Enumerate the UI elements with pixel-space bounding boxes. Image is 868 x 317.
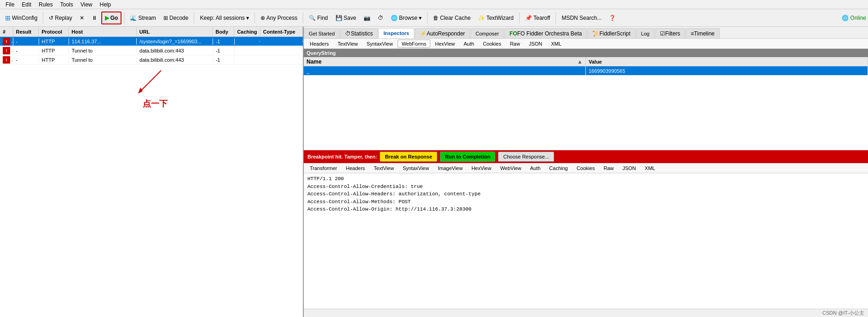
sub-tab-hexview[interactable]: HexView <box>431 40 459 48</box>
col-header-url: URL <box>137 27 213 36</box>
any-process-label: Any Process <box>266 15 297 21</box>
screenshot-button[interactable]: 📷 <box>360 12 374 24</box>
tab-autoresponder[interactable]: ⚡ AutoResponder <box>415 28 470 38</box>
tab-get-started[interactable]: Get Started <box>304 28 340 38</box>
filter-icon: ☑ <box>660 30 665 37</box>
tab-statistics[interactable]: ⏱ Statistics <box>340 28 378 38</box>
remove-button[interactable]: ✕ <box>76 12 87 24</box>
separator-2 <box>124 12 124 23</box>
session-caching <box>235 59 260 60</box>
sub-tab-headers[interactable]: Headers <box>306 40 333 48</box>
table-row[interactable]: ! 1 - HTTP 114.116.37... /system/login?_… <box>0 37 303 46</box>
replay-icon: ↺ <box>49 15 53 21</box>
text-wizard-button[interactable]: ✨ TextWizard <box>475 12 517 24</box>
wand-icon: ✨ <box>478 15 485 21</box>
decode-label: Decode <box>169 15 188 21</box>
stream-button[interactable]: 🌊 Stream <box>127 12 159 24</box>
left-pane: # Result Protocol Host URL Body Caching … <box>0 27 304 317</box>
decode-button[interactable]: ⊞ Decode <box>160 12 191 24</box>
keep-sessions-button[interactable]: Keep: All sessions ▾ <box>197 12 252 24</box>
any-process-button[interactable]: ⊕ Any Process <box>257 12 301 24</box>
tearoff-button[interactable]: 📌 Tearoff <box>522 12 553 24</box>
winconfig-button[interactable]: ⊞ WinConfig <box>2 12 41 24</box>
qs-col-value: Value <box>586 57 868 66</box>
separator-6 <box>427 12 428 23</box>
decode-icon: ⊞ <box>163 15 168 21</box>
qs-name: _ <box>304 66 586 75</box>
online-icon: 🌐 <box>842 15 849 21</box>
timer-button[interactable]: ⏱ <box>375 12 387 24</box>
tab-filters[interactable]: ☑ Filters <box>655 28 685 38</box>
session-body: -1 <box>213 47 235 54</box>
sub-tab-webforms[interactable]: WebForms <box>398 40 431 48</box>
resp-tab-imageview[interactable]: ImageView <box>434 164 467 172</box>
tab-composer[interactable]: Composer <box>470 28 504 38</box>
go-label: Go <box>110 15 118 21</box>
sub-tab-syntaxview[interactable]: SyntaxView <box>362 40 397 48</box>
clear-cache-button[interactable]: 🗑 Clear Cache <box>430 12 474 24</box>
browse-button[interactable]: 🌐 Browse ▾ <box>388 12 425 24</box>
resp-tab-syntaxview[interactable]: SyntaxView <box>399 164 433 172</box>
tab-timeline[interactable]: ≡ Timeline <box>686 28 720 38</box>
session-content <box>260 59 303 60</box>
sub-tab-xml[interactable]: XML <box>547 40 566 48</box>
col-header-content: Content-Type <box>260 27 303 36</box>
sub-tab-raw[interactable]: Raw <box>506 40 524 48</box>
menu-help[interactable]: Help <box>96 0 115 9</box>
resp-tab-cookies[interactable]: Cookies <box>573 164 599 172</box>
tab-fiddlerscript[interactable]: 📜 FiddlerScript <box>587 28 635 38</box>
msdn-search-button[interactable]: MSDN Search... <box>558 12 605 24</box>
session-num: ! 1 <box>0 37 13 46</box>
resp-tab-webview[interactable]: WebView <box>496 164 526 172</box>
menu-edit[interactable]: Edit <box>18 0 35 9</box>
find-button[interactable]: 🔍 Find <box>306 12 331 24</box>
table-row[interactable]: ! 8 - HTTP Tunnel to data.bilibili.com:4… <box>0 55 303 65</box>
session-protocol: HTTP <box>39 57 69 63</box>
pause-button[interactable]: ⏸ <box>88 12 100 24</box>
status-bar: CSDN @IT-小公主 <box>304 309 868 317</box>
sub-tab-textview[interactable]: TextView <box>334 40 362 48</box>
breakpoint-message: Breakpoint hit. Tamper, then: <box>307 154 377 159</box>
resp-tab-textview[interactable]: TextView <box>370 164 398 172</box>
tab-fiddler-orchestra[interactable]: FO FO Fiddler Orchestra Beta <box>504 28 587 38</box>
resp-tab-transformer[interactable]: Transformer <box>306 164 341 172</box>
resp-tab-json[interactable]: JSON <box>618 164 640 172</box>
tab-log[interactable]: Log <box>636 28 654 38</box>
online-indicator: 🌐 Online <box>842 15 866 21</box>
stream-label: Stream <box>138 15 156 21</box>
choose-response-button[interactable]: Choose Response... <box>498 152 554 162</box>
sub-tab-cookies[interactable]: Cookies <box>479 40 505 48</box>
menu-tools[interactable]: Tools <box>57 0 77 9</box>
go-button[interactable]: ▶ Go <box>101 12 122 24</box>
menu-rules[interactable]: Rules <box>35 0 57 9</box>
qs-col-name: Name ▲ <box>304 57 586 66</box>
table-row[interactable]: ! 6 - HTTP Tunnel to data.bilibili.com:4… <box>0 46 303 55</box>
separator-5 <box>303 12 303 23</box>
browse-icon: 🌐 <box>391 15 398 21</box>
msdn-help-button[interactable]: ❓ <box>606 12 619 24</box>
stats-icon: ⏱ <box>345 30 351 37</box>
resp-tab-hexview[interactable]: HexView <box>467 164 495 172</box>
save-button[interactable]: 💾 Save <box>332 12 359 24</box>
response-content[interactable]: HTTP/1.1 200 Access-Control-Allow-Creden… <box>304 173 868 309</box>
replay-button[interactable]: ↺ Replay <box>46 12 75 24</box>
session-table-header: # Result Protocol Host URL Body Caching … <box>0 27 303 37</box>
menu-view[interactable]: View <box>77 0 96 9</box>
sub-tab-json[interactable]: JSON <box>525 40 546 48</box>
resp-tab-raw[interactable]: Raw <box>599 164 618 172</box>
response-sub-tab-bar: Transformer Headers TextView SyntaxView … <box>304 163 868 173</box>
resp-tab-headers[interactable]: Headers <box>342 164 370 172</box>
sub-tab-auth[interactable]: Auth <box>460 40 479 48</box>
resp-tab-caching[interactable]: Caching <box>545 164 572 172</box>
find-label: Find <box>317 15 328 21</box>
break-on-response-button[interactable]: Break on Response <box>380 152 437 162</box>
querystring-label: QueryString <box>304 49 868 57</box>
col-header-result: Result <box>13 27 39 36</box>
tab-inspectors[interactable]: Inspectors <box>378 28 414 38</box>
session-result: - <box>13 47 39 54</box>
resp-tab-auth[interactable]: Auth <box>526 164 545 172</box>
menu-file[interactable]: File <box>2 0 18 9</box>
run-to-completion-button[interactable]: Run to Completion <box>440 152 495 162</box>
resp-tab-xml[interactable]: XML <box>641 164 660 172</box>
qs-row[interactable]: _ 1669903990565 <box>304 66 868 76</box>
